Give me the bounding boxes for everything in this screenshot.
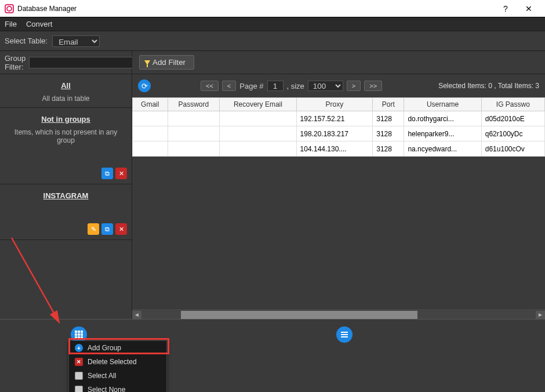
table-wrap: GmailPasswordRecovery EmailProxyPortUser… bbox=[132, 97, 545, 310]
copy-icon[interactable]: ⧉ bbox=[101, 168, 113, 179]
cell-port[interactable]: 3128 bbox=[373, 126, 404, 141]
select-table-bar: Select Table: Email bbox=[0, 31, 545, 51]
column-header[interactable]: Gmail bbox=[133, 98, 168, 111]
footer: + Add Group ✕ Delete Selected Select All… bbox=[0, 319, 545, 392]
delete-icon[interactable]: ✕ bbox=[115, 168, 127, 179]
cell-port[interactable]: 3128 bbox=[373, 141, 404, 157]
cell-password[interactable] bbox=[168, 141, 220, 157]
ctx-delete-selected[interactable]: ✕ Delete Selected bbox=[69, 355, 166, 369]
ctx-select-none-label: Select None bbox=[88, 386, 125, 392]
menu-file[interactable]: File bbox=[5, 20, 17, 28]
next-page-button[interactable]: > bbox=[347, 81, 361, 91]
group-ig-actions: ✎ ⧉ ✕ bbox=[5, 223, 127, 235]
cell-gmail[interactable] bbox=[133, 111, 168, 126]
group-all-title: All bbox=[5, 81, 127, 90]
svg-rect-2 bbox=[81, 331, 83, 333]
cell-proxy[interactable]: 104.144.130.... bbox=[296, 141, 373, 157]
scroll-left-arrow[interactable]: ◄ bbox=[132, 311, 141, 319]
cell-recovery[interactable] bbox=[220, 111, 296, 126]
table-row[interactable]: 198.20.183.2173128helenparker9...q62r100… bbox=[133, 126, 545, 141]
svg-rect-11 bbox=[341, 336, 348, 337]
svg-rect-10 bbox=[341, 334, 348, 335]
cell-gmail[interactable] bbox=[133, 141, 168, 157]
svg-rect-5 bbox=[81, 333, 83, 336]
svg-rect-4 bbox=[78, 333, 80, 336]
add-filter-button[interactable]: Add Filter bbox=[139, 55, 194, 70]
edit-icon[interactable]: ✎ bbox=[88, 223, 99, 235]
context-menu: + Add Group ✕ Delete Selected Select All… bbox=[68, 340, 167, 392]
window-title: Database Manager bbox=[17, 5, 494, 13]
group-filter-row: Group Filter: bbox=[0, 51, 132, 74]
cell-recovery[interactable] bbox=[220, 141, 296, 157]
help-button[interactable]: ? bbox=[494, 4, 517, 13]
cell-port[interactable]: 3128 bbox=[373, 111, 404, 126]
scroll-thumb[interactable] bbox=[181, 311, 417, 319]
svg-rect-1 bbox=[78, 331, 80, 333]
svg-rect-0 bbox=[75, 331, 77, 333]
last-page-button[interactable]: >> bbox=[364, 81, 382, 91]
table-row[interactable]: 192.157.52.213128do.rothygarci...d05d201… bbox=[133, 111, 545, 126]
add-filter-label: Add Filter bbox=[152, 58, 186, 67]
column-header[interactable]: IG Passwo bbox=[481, 98, 544, 111]
cell-proxy[interactable]: 198.20.183.217 bbox=[296, 126, 373, 141]
cell-username[interactable]: helenparker9... bbox=[404, 126, 481, 141]
list-menu-button[interactable] bbox=[336, 326, 353, 343]
column-header[interactable]: Username bbox=[404, 98, 481, 111]
scroll-track[interactable] bbox=[141, 311, 536, 319]
cell-recovery[interactable] bbox=[220, 126, 296, 141]
prev-page-button[interactable]: < bbox=[222, 81, 236, 91]
column-header[interactable]: Password bbox=[168, 98, 220, 111]
page-input[interactable] bbox=[267, 81, 284, 91]
column-header[interactable]: Proxy bbox=[296, 98, 373, 111]
group-not-in-groups[interactable]: Not in groups Items, which is not presen… bbox=[0, 108, 132, 184]
svg-rect-9 bbox=[341, 332, 348, 333]
horizontal-scrollbar[interactable]: ◄ ► bbox=[132, 310, 545, 319]
page-size-select[interactable]: 100 bbox=[308, 81, 343, 91]
ctx-add-group[interactable]: + Add Group bbox=[69, 341, 166, 355]
data-table: GmailPasswordRecovery EmailProxyPortUser… bbox=[132, 97, 545, 157]
cell-igpass[interactable]: d05d2010oE bbox=[481, 111, 544, 126]
copy-icon[interactable]: ⧉ bbox=[101, 223, 113, 235]
group-notin-sub: Items, which is not present in any group bbox=[5, 128, 127, 144]
ctx-select-all[interactable]: Select All bbox=[69, 369, 166, 383]
funnel-icon bbox=[144, 60, 150, 65]
cell-password[interactable] bbox=[168, 126, 220, 141]
cell-proxy[interactable]: 192.157.52.21 bbox=[296, 111, 373, 126]
size-label: , size bbox=[287, 82, 304, 90]
first-page-button[interactable]: << bbox=[201, 81, 219, 91]
column-header[interactable]: Recovery Email bbox=[220, 98, 296, 111]
group-all[interactable]: All All data in table bbox=[0, 74, 132, 108]
cell-username[interactable]: na.ncyedward... bbox=[404, 141, 481, 157]
refresh-button[interactable]: ⟳ bbox=[138, 79, 151, 92]
select-table-dropdown[interactable]: Email bbox=[52, 35, 100, 47]
checkbox-icon bbox=[75, 372, 83, 380]
group-filter-label: Group Filter: bbox=[5, 54, 26, 71]
cell-password[interactable] bbox=[168, 111, 220, 126]
close-button[interactable]: ✕ bbox=[517, 4, 540, 13]
group-filter-input[interactable] bbox=[29, 57, 133, 68]
ctx-select-none[interactable]: Select None bbox=[69, 383, 166, 392]
group-all-sub: All data in table bbox=[5, 95, 127, 103]
group-notin-actions: ⧉ ✕ bbox=[5, 168, 127, 179]
menu-convert[interactable]: Convert bbox=[26, 20, 53, 28]
ctx-select-all-label: Select All bbox=[88, 372, 116, 380]
sidebar: Group Filter: All All data in table Not … bbox=[0, 51, 132, 319]
table-row[interactable]: 104.144.130....3128na.ncyedward...d61u10… bbox=[133, 141, 545, 157]
plus-icon: + bbox=[75, 344, 83, 352]
cell-gmail[interactable] bbox=[133, 126, 168, 141]
cell-username[interactable]: do.rothygarci... bbox=[404, 111, 481, 126]
checkbox-empty-icon bbox=[75, 386, 83, 392]
titlebar: Database Manager ? ✕ bbox=[0, 0, 545, 17]
pager: ⟳ << < Page # , size 100 > >> Selected I… bbox=[132, 74, 545, 97]
group-instagram[interactable]: INSTAGRAM ✎ ⧉ ✕ bbox=[0, 184, 132, 240]
pager-status: Selected Items: 0 , Total Items: 3 bbox=[438, 82, 539, 90]
cell-igpass[interactable]: q62r100yDc bbox=[481, 126, 544, 141]
ctx-delete-selected-label: Delete Selected bbox=[88, 358, 137, 366]
select-table-label: Select Table: bbox=[5, 37, 48, 45]
svg-rect-8 bbox=[81, 336, 83, 339]
scroll-right-arrow[interactable]: ► bbox=[536, 311, 545, 319]
delete-icon[interactable]: ✕ bbox=[115, 223, 127, 235]
page-label: Page # bbox=[239, 82, 263, 90]
column-header[interactable]: Port bbox=[373, 98, 404, 111]
cell-igpass[interactable]: d61u100cOv bbox=[481, 141, 544, 157]
